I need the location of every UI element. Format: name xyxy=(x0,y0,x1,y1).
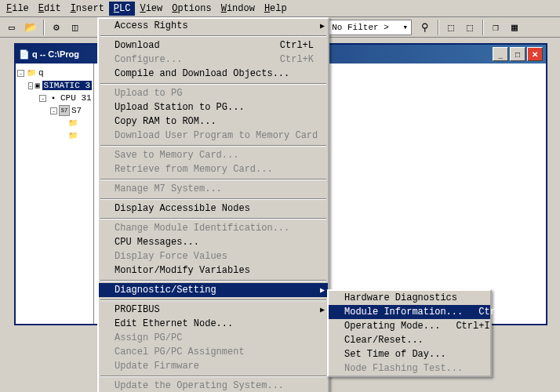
mi-update-os: Update the Operating System... xyxy=(99,379,328,392)
maximize-button[interactable]: □ xyxy=(510,47,525,61)
mi-upload-pg: Upload to PG xyxy=(99,86,328,100)
menubar: FFileile Edit Insert PLC View Options Wi… xyxy=(0,0,560,17)
submenu-arrow-icon: ▶ xyxy=(320,21,325,31)
menu-edit[interactable]: Edit xyxy=(34,2,66,16)
tool-open[interactable]: 📂 xyxy=(22,19,39,36)
filter-dropdown[interactable]: < No Filter > ▾ xyxy=(318,20,412,35)
cpu-icon: ▪ xyxy=(48,93,59,103)
menu-options[interactable]: Options xyxy=(167,2,216,16)
mi-access-rights[interactable]: Access Rights▶ xyxy=(99,19,328,33)
smi-module-info[interactable]: Module Information...Ctrl+D xyxy=(329,305,490,319)
mi-compile-download[interactable]: Compile and Download Objects... xyxy=(99,67,328,81)
mi-display-force: Display Force Values xyxy=(99,249,328,263)
mi-configure: Configure...Ctrl+K xyxy=(99,53,328,67)
s7-icon: S7 xyxy=(59,105,70,116)
tool-icon2[interactable]: ⬚ xyxy=(461,19,478,36)
diagnostic-submenu: Hardware Diagnostics Module Information.… xyxy=(327,289,492,377)
menu-insert[interactable]: Insert xyxy=(66,2,109,16)
minimize-button[interactable]: _ xyxy=(493,47,508,61)
mi-monitor-modify[interactable]: Monitor/Modify Variables xyxy=(99,263,328,278)
smi-hardware-diag[interactable]: Hardware Diagnostics xyxy=(329,291,490,305)
tree-s7[interactable]: S7 xyxy=(71,106,82,115)
tool-tile[interactable]: ▦ xyxy=(506,19,523,36)
tool-filter[interactable]: ⚲ xyxy=(416,19,434,36)
project-tree[interactable]: -📁q -▣SIMATIC 3 -▪CPU 31 -S7S7 📁 📁 xyxy=(16,64,94,324)
tool-nodes[interactable]: ◫ xyxy=(67,19,84,36)
filter-value: < No Filter > xyxy=(322,23,389,32)
tree-root[interactable]: q xyxy=(38,68,44,78)
mi-change-module-id: Change Module Identification... xyxy=(99,221,328,235)
smi-set-time[interactable]: Set Time of Day... xyxy=(329,347,490,361)
mi-display-nodes[interactable]: Display Accessible Nodes xyxy=(99,201,328,216)
smi-clear-reset[interactable]: Clear/Reset... xyxy=(329,333,490,347)
tool-icon1[interactable]: ⬚ xyxy=(442,19,460,36)
station-icon: ▣ xyxy=(35,80,41,91)
menu-window[interactable]: Window xyxy=(216,2,260,16)
mi-update-firmware: Update Firmware xyxy=(99,359,328,373)
plc-dropdown-menu: Access Rights▶ DownloadCtrl+L Configure.… xyxy=(97,17,329,392)
mi-retrieve-memcard: Retrieve from Memory Card... xyxy=(99,162,328,176)
tree-expander[interactable]: - xyxy=(17,70,24,77)
tree-station[interactable]: SIMATIC 3 xyxy=(42,81,92,90)
folder-icon: 📁 xyxy=(67,118,78,129)
mi-copy-ram-rom[interactable]: Copy RAM to ROM... xyxy=(99,114,328,129)
tree-expander[interactable]: - xyxy=(28,82,33,89)
submenu-arrow-icon: ▶ xyxy=(320,305,325,314)
mi-manage-m7: Manage M7 System... xyxy=(99,182,328,196)
submenu-arrow-icon: ▶ xyxy=(320,285,325,295)
project-icon: 📁 xyxy=(26,67,37,78)
tool-network[interactable]: ⚙ xyxy=(48,19,65,36)
tree-expander[interactable]: - xyxy=(39,95,46,102)
mi-upload-station[interactable]: Upload Station to PG... xyxy=(99,100,328,114)
tree-cpu[interactable]: CPU 31 xyxy=(60,93,92,103)
tool-new[interactable]: ▭ xyxy=(3,19,20,36)
app-icon: 📄 xyxy=(19,49,30,60)
mi-cancel-pgpc: Cancel PG/PC Assignment xyxy=(99,345,328,359)
menu-file[interactable]: FFileile xyxy=(2,2,34,16)
menu-plc[interactable]: PLC xyxy=(109,2,136,16)
child-title: q -- C:\Prog xyxy=(32,49,79,59)
tool-cascade[interactable]: ❐ xyxy=(487,19,504,36)
mi-download[interactable]: DownloadCtrl+L xyxy=(99,38,328,53)
close-button[interactable]: ✕ xyxy=(527,47,543,61)
mi-dl-user-program: Download User Program to Memory Card xyxy=(99,129,328,143)
mi-save-memcard: Save to Memory Card... xyxy=(99,148,328,162)
tree-expander[interactable]: - xyxy=(50,107,57,114)
mi-assign-pgpc: Assign PG/PC xyxy=(99,331,328,345)
menu-view[interactable]: View xyxy=(135,2,167,16)
folder-icon: 📁 xyxy=(67,130,78,141)
smi-operating-mode[interactable]: Operating Mode...Ctrl+I xyxy=(329,319,490,333)
mi-edit-ethernet[interactable]: Edit Ethernet Node... xyxy=(99,317,328,331)
mi-cpu-messages[interactable]: CPU Messages... xyxy=(99,235,328,249)
smi-node-flash: Node Flashing Test... xyxy=(329,361,490,376)
menu-help[interactable]: Help xyxy=(260,2,292,16)
mi-diagnostic-setting[interactable]: Diagnostic/Setting▶ xyxy=(99,283,328,297)
mi-profibus[interactable]: PROFIBUS▶ xyxy=(99,303,328,317)
